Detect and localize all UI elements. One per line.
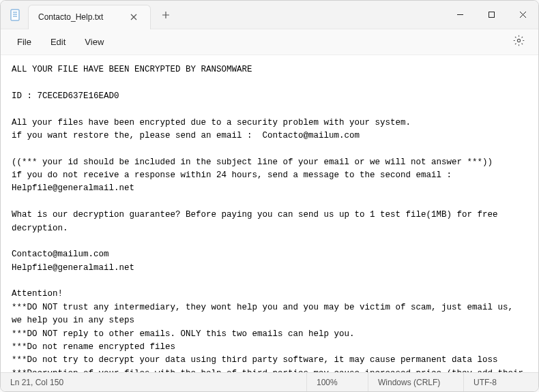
svg-rect-0	[11, 10, 19, 20]
document-text: ALL YOUR FILE HAVE BEEN ENCRYPTED BY RAN…	[12, 65, 529, 372]
titlebar: Contacto_Help.txt	[1, 1, 538, 29]
menu-edit[interactable]: Edit	[41, 33, 75, 51]
status-encoding[interactable]: UTF-8	[463, 373, 538, 391]
app-icon	[9, 8, 23, 22]
minimize-button[interactable]	[444, 1, 476, 29]
menubar: File Edit View	[1, 29, 538, 55]
menu-view[interactable]: View	[75, 33, 113, 51]
close-tab-icon[interactable]	[127, 10, 141, 24]
window-controls	[444, 1, 538, 29]
statusbar: Ln 21, Col 150 100% Windows (CRLF) UTF-8	[1, 372, 538, 391]
maximize-button[interactable]	[476, 1, 507, 29]
close-button[interactable]	[507, 1, 538, 29]
status-zoom[interactable]: 100%	[306, 373, 368, 391]
text-content-area[interactable]: ALL YOUR FILE HAVE BEEN ENCRYPTED BY RAN…	[1, 55, 538, 372]
svg-rect-5	[489, 12, 494, 18]
settings-button[interactable]	[506, 31, 531, 53]
status-line-ending[interactable]: Windows (CRLF)	[368, 373, 463, 391]
svg-point-6	[517, 39, 520, 42]
file-tab[interactable]: Contacto_Help.txt	[28, 5, 151, 29]
status-position[interactable]: Ln 21, Col 150	[1, 373, 73, 391]
notepad-window: Contacto_Help.txt File Edit View	[0, 0, 539, 392]
menu-file[interactable]: File	[8, 33, 41, 51]
new-tab-button[interactable]	[155, 11, 177, 19]
tab-title: Contacto_Help.txt	[38, 12, 120, 22]
